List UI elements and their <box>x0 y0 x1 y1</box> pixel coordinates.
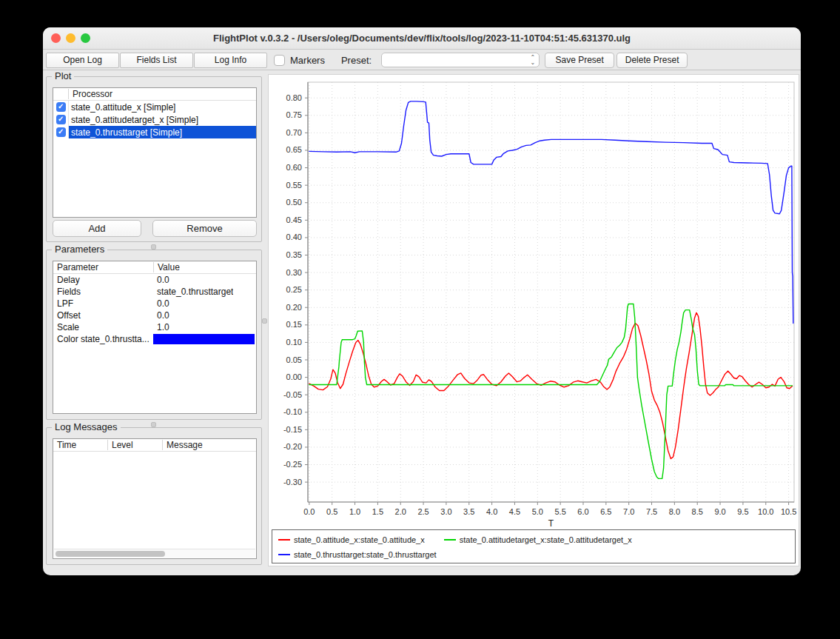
svg-text:1.5: 1.5 <box>372 507 383 516</box>
svg-text:0.50: 0.50 <box>286 198 302 207</box>
param-name: Offset <box>53 310 153 321</box>
parameter-column-header: Parameter <box>53 262 153 272</box>
save-preset-button[interactable]: Save Preset <box>545 53 614 68</box>
svg-text:0.0: 0.0 <box>303 507 315 516</box>
zoom-window-icon[interactable] <box>81 33 90 43</box>
svg-text:2.5: 2.5 <box>417 507 429 516</box>
parameters-table-header: Parameter Value <box>53 261 256 274</box>
svg-text:0.25: 0.25 <box>286 285 302 294</box>
close-window-icon[interactable] <box>51 33 61 43</box>
table-row[interactable]: LPF 0.0 <box>53 298 256 310</box>
add-button[interactable]: Add <box>53 220 141 237</box>
svg-text:T: T <box>548 518 554 529</box>
open-log-button[interactable]: Open Log <box>46 53 119 68</box>
legend-label: state_0.attitudetarget_x:state_0.attitud… <box>460 535 632 544</box>
legend-line-swatch-green <box>444 539 456 541</box>
splitter-handle[interactable] <box>151 244 156 250</box>
log-messages-table: Time Level Message <box>53 438 257 559</box>
processor-list-header: Processor <box>53 88 256 101</box>
splitter-handle[interactable] <box>262 318 267 324</box>
svg-text:0.35: 0.35 <box>286 250 302 259</box>
svg-text:0.80: 0.80 <box>286 93 302 102</box>
param-value: 0.0 <box>153 275 169 285</box>
delete-preset-button[interactable]: Delete Preset <box>616 53 688 68</box>
svg-text:0.00: 0.00 <box>286 372 302 381</box>
parameters-group-title: Parameters <box>52 244 107 255</box>
fields-list-button[interactable]: Fields List <box>120 53 193 68</box>
svg-text:8.0: 8.0 <box>669 507 680 516</box>
svg-text:0.55: 0.55 <box>286 181 302 190</box>
plot-groupbox: Plot Processor state_0.attitude_x [Simpl… <box>46 76 262 242</box>
table-row[interactable]: Scale 1.0 <box>53 321 256 333</box>
svg-text:8.5: 8.5 <box>692 507 703 516</box>
svg-text:7.5: 7.5 <box>646 507 657 516</box>
parameters-table: Parameter Value Delay 0.0 Fields state_0… <box>53 261 257 414</box>
preset-combobox[interactable]: ⌃⌄ <box>381 53 540 67</box>
param-value: 0.0 <box>153 298 169 309</box>
list-item-label: state_0.attitudetarget_x [Simple] <box>68 113 256 126</box>
splitter-handle[interactable] <box>151 422 156 427</box>
list-item[interactable]: state_0.attitude_x [Simple] <box>53 101 256 113</box>
log-table-header: Time Level Message <box>53 439 256 452</box>
color-swatch[interactable] <box>153 334 255 344</box>
level-column-header: Level <box>107 440 162 450</box>
param-name: Fields <box>53 287 153 297</box>
list-item-selected[interactable]: state_0.thrusttarget [Simple] <box>53 126 256 138</box>
param-name: Delay <box>53 275 153 285</box>
svg-text:0.60: 0.60 <box>286 163 302 172</box>
svg-text:10.0: 10.0 <box>758 507 773 516</box>
chart-plot[interactable]: 0.800.750.700.650.600.550.500.450.400.35… <box>269 75 799 529</box>
svg-text:0.40: 0.40 <box>286 232 302 241</box>
preset-label: Preset: <box>341 55 372 66</box>
chart-legend: state_0.attitude_x:state_0.attitude_x st… <box>272 529 796 563</box>
list-item[interactable]: state_0.attitudetarget_x [Simple] <box>53 113 256 126</box>
svg-text:0.05: 0.05 <box>286 355 302 364</box>
svg-text:-0.30: -0.30 <box>283 478 302 486</box>
svg-text:-0.25: -0.25 <box>283 460 302 469</box>
processor-list: Processor state_0.attitude_x [Simple] st… <box>53 87 257 218</box>
value-column-header: Value <box>153 262 180 272</box>
remove-button[interactable]: Remove <box>152 220 257 237</box>
traffic-lights <box>51 33 90 43</box>
time-column-header: Time <box>53 440 107 450</box>
param-name: Color state_0.thrustta... <box>53 334 153 344</box>
table-row[interactable]: Fields state_0.thrusttarget <box>53 286 256 298</box>
svg-text:5.5: 5.5 <box>554 507 565 516</box>
svg-text:2.0: 2.0 <box>395 507 406 516</box>
legend-item: state_0.attitudetarget_x:state_0.attitud… <box>444 535 632 544</box>
markers-checkbox[interactable] <box>274 55 285 66</box>
table-row-color[interactable]: Color state_0.thrustta... <box>53 333 256 345</box>
log-info-button[interactable]: Log Info <box>194 53 267 68</box>
param-value: 1.0 <box>153 322 169 332</box>
message-column-header: Message <box>162 440 203 450</box>
horizontal-scrollbar[interactable] <box>54 549 255 558</box>
svg-text:-0.10: -0.10 <box>283 407 302 416</box>
log-messages-groupbox: Log Messages Time Level Message <box>46 427 262 565</box>
checkbox-checked-icon[interactable] <box>56 127 66 137</box>
svg-text:9.5: 9.5 <box>737 507 748 516</box>
list-item-label: state_0.thrusttarget [Simple] <box>68 126 256 138</box>
vertical-splitter[interactable] <box>261 72 268 566</box>
scrollbar-thumb[interactable] <box>56 551 165 557</box>
legend-label: state_0.thrusttarget:state_0.thrusttarge… <box>294 550 437 559</box>
checkbox-checked-icon[interactable] <box>56 115 66 124</box>
svg-text:9.0: 9.0 <box>714 507 725 516</box>
table-row[interactable]: Delay 0.0 <box>53 274 256 286</box>
minimize-window-icon[interactable] <box>66 33 75 43</box>
svg-text:0.10: 0.10 <box>286 338 302 347</box>
param-name: Scale <box>53 322 153 332</box>
svg-text:0.30: 0.30 <box>286 268 302 277</box>
legend-line-swatch-red <box>278 539 290 541</box>
param-value: state_0.thrusttarget <box>153 287 233 297</box>
checkbox-checked-icon[interactable] <box>56 102 66 112</box>
svg-text:3.5: 3.5 <box>463 507 474 516</box>
titlebar: FlightPlot v.0.3.2 - /Users/oleg/Documen… <box>43 27 801 50</box>
combo-stepper-icon[interactable]: ⌃⌄ <box>530 55 535 65</box>
svg-text:10.5: 10.5 <box>781 507 796 516</box>
svg-text:6.5: 6.5 <box>600 507 611 516</box>
svg-text:6.0: 6.0 <box>577 507 588 516</box>
svg-text:3.0: 3.0 <box>440 507 451 516</box>
svg-text:0.75: 0.75 <box>286 110 302 119</box>
table-row[interactable]: Offset 0.0 <box>53 310 256 321</box>
svg-text:-0.15: -0.15 <box>283 425 302 434</box>
